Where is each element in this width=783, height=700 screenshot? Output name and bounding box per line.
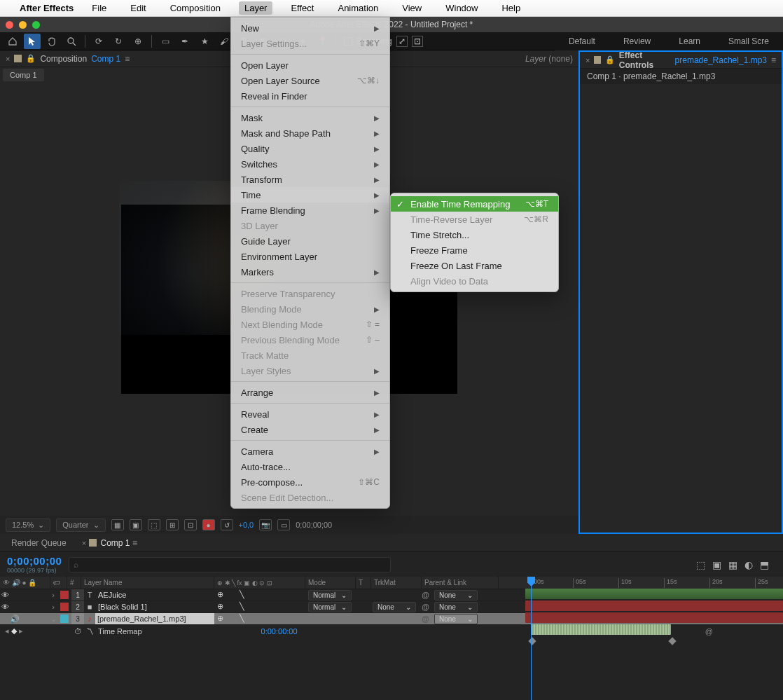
panel-menu-icon[interactable]: ≡	[771, 55, 776, 65]
zoom-dropdown[interactable]: 12.5% ⌄	[6, 519, 50, 532]
layer-name[interactable]: [premade_Rachel_1.mp3]	[95, 613, 214, 624]
menu-item[interactable]: Time▶	[231, 187, 389, 203]
trkmat-dropdown[interactable]: None⌄	[373, 602, 416, 612]
label-color[interactable]	[60, 591, 69, 599]
workspace-review[interactable]: Review	[609, 32, 665, 50]
stopwatch-icon[interactable]: ⏱	[74, 627, 82, 636]
vf-timecode[interactable]: 0;00;00;00	[296, 521, 332, 529]
col-switches[interactable]: ⊕ ✱ ╲ fx ▣ ◐ ⊙ ⊡	[214, 577, 305, 589]
parent-dropdown[interactable]: None⌄	[434, 590, 478, 601]
menu-item[interactable]: Arrange▶	[231, 385, 389, 400]
close-tab-icon[interactable]: ×	[585, 56, 590, 64]
submenu-item[interactable]: Freeze On Last Frame	[391, 258, 558, 273]
menu-view[interactable]: View	[396, 1, 427, 15]
menu-item[interactable]: Auto-trace...	[231, 459, 389, 474]
menu-item[interactable]: Open Layer Source⌥⌘↓	[231, 73, 389, 88]
rotate-tool-icon[interactable]: ↻	[110, 34, 127, 49]
menu-item[interactable]: Transform▶	[231, 172, 389, 187]
playhead[interactable]	[531, 577, 532, 700]
tl-motionblur-icon[interactable]: ◐	[744, 559, 753, 570]
exposure-value[interactable]: +0,0	[239, 521, 254, 529]
add-keyframe-icon[interactable]: ◆	[11, 626, 17, 636]
effect-tab-link[interactable]: premade_Rachel_1.mp3	[675, 55, 767, 65]
label-color[interactable]	[60, 615, 69, 623]
vf-reset-exp-icon[interactable]: ↺	[221, 519, 233, 530]
selection-tool-icon[interactable]	[24, 34, 41, 49]
effect-tab-label[interactable]: Effect Controls	[619, 50, 671, 70]
zoom-icon[interactable]	[32, 21, 40, 29]
tl-draft3d-icon[interactable]: ▣	[712, 559, 721, 570]
menu-item[interactable]: Markers▶	[231, 264, 389, 280]
twirl-icon[interactable]: ›	[49, 589, 57, 601]
menu-item[interactable]: Open Layer	[231, 57, 389, 73]
pickwhip-icon[interactable]: @	[419, 613, 431, 624]
menu-edit[interactable]: Edit	[125, 1, 151, 15]
menu-window[interactable]: Window	[440, 1, 483, 15]
keyframe-icon[interactable]	[528, 637, 536, 645]
vf-snapshot-icon[interactable]: 📷	[259, 519, 272, 530]
menu-composition[interactable]: Composition	[165, 1, 226, 15]
timeline-search-input[interactable]: ⌕	[69, 557, 391, 572]
snap-opt2-icon[interactable]: ⊡	[412, 36, 423, 47]
menu-item[interactable]: Mask and Shape Path▶	[231, 125, 389, 141]
app-name[interactable]: After Effects	[20, 3, 74, 13]
time-ruler[interactable]: 00s 05s 10s 15s 20s 25s	[525, 577, 783, 589]
visibility-toggle[interactable]: 👁	[0, 601, 10, 612]
star-tool-icon[interactable]: ★	[196, 34, 213, 49]
layer-bar-2[interactable]	[525, 612, 783, 623]
parent-dropdown[interactable]: None⌄	[434, 602, 478, 612]
comp-tab-link[interactable]: Comp 1	[91, 54, 120, 64]
layer-tab[interactable]: Layer (none)	[525, 54, 573, 64]
tl-shy-icon[interactable]: ⬚	[696, 559, 705, 570]
menu-effect[interactable]: Effect	[285, 1, 319, 15]
vf-guides-icon[interactable]: ⊡	[184, 519, 197, 530]
pen-tool-icon[interactable]: ✒	[176, 34, 193, 49]
lock-icon[interactable]: 🔒	[605, 55, 615, 64]
menu-help[interactable]: Help	[496, 1, 526, 15]
submenu-item[interactable]: Time Stretch...	[391, 227, 558, 242]
tl-graph-icon[interactable]: ⬒	[760, 559, 769, 570]
menu-file[interactable]: File	[86, 1, 112, 15]
twirl-icon[interactable]: ›	[49, 601, 57, 612]
menu-item[interactable]: Mask▶	[231, 110, 389, 125]
col-hash[interactable]: #	[67, 577, 81, 589]
col-mode[interactable]: Mode	[305, 577, 356, 589]
comp-chip[interactable]: Comp 1	[3, 69, 44, 81]
parent-dropdown[interactable]: None⌄	[434, 614, 478, 624]
vf-show-snapshot-icon[interactable]: ▭	[277, 519, 290, 530]
minimize-icon[interactable]	[19, 21, 27, 29]
tab-comp[interactable]: × Comp 1 ≡	[78, 535, 141, 551]
lock-icon[interactable]: 🔒	[26, 54, 36, 63]
workspace-default[interactable]: Default	[555, 32, 609, 50]
vf-channel-icon[interactable]: ●	[202, 519, 215, 530]
layer-name[interactable]: AEJuice	[95, 589, 214, 601]
workspace-learn[interactable]: Learn	[665, 32, 714, 50]
hand-tool-icon[interactable]	[43, 34, 60, 49]
menu-item[interactable]: Switches▶	[231, 156, 389, 172]
vf-roi-icon[interactable]: ⬚	[148, 519, 160, 530]
menu-item[interactable]: New▶	[231, 20, 389, 36]
col-t[interactable]: T	[356, 577, 371, 589]
menu-animation[interactable]: Animation	[332, 1, 384, 15]
menu-item[interactable]: Quality▶	[231, 141, 389, 156]
panel-menu-icon[interactable]: ≡	[125, 54, 130, 64]
shape-rect-icon[interactable]: ▭	[157, 34, 174, 49]
graph-icon[interactable]: 〽	[86, 627, 94, 636]
menu-layer[interactable]: Layer	[239, 1, 273, 15]
pickwhip-icon[interactable]: @	[419, 601, 431, 612]
layer-name[interactable]: [Black Solid 1]	[95, 601, 214, 612]
visibility-toggle[interactable]: 👁	[0, 589, 10, 601]
comp-tab-label[interactable]: Composition	[40, 54, 87, 64]
col-parent[interactable]: Parent & Link	[422, 577, 499, 589]
zoom-tool-icon[interactable]	[63, 34, 80, 49]
close-icon[interactable]	[6, 21, 13, 29]
time-remap-value[interactable]: 0:00:00:00	[261, 627, 298, 636]
layer-bar-1[interactable]	[525, 601, 783, 611]
layer-bar-3-audio[interactable]	[531, 624, 671, 635]
vf-transparency-icon[interactable]: ▦	[111, 519, 124, 530]
orbit-tool-icon[interactable]: ⟳	[90, 34, 107, 49]
resolution-dropdown[interactable]: Quarter ⌄	[56, 519, 105, 532]
menu-item[interactable]: Pre-compose...⇧⌘C	[231, 474, 389, 490]
close-tab-icon[interactable]: ×	[6, 55, 10, 63]
label-color[interactable]	[60, 603, 69, 611]
